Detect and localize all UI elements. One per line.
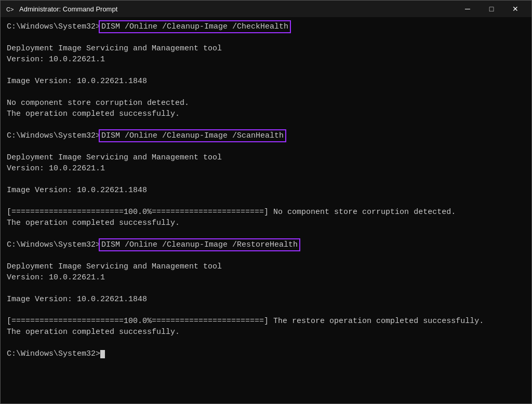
console-line (7, 283, 525, 294)
console-line (7, 32, 525, 43)
console-line: Version: 10.0.22621.1 (7, 163, 525, 174)
minimize-button[interactable]: ─ (456, 1, 480, 17)
console-line: No component store corruption detected. (7, 98, 525, 109)
console-line (7, 196, 525, 207)
window-title: Administrator: Command Prompt (19, 5, 456, 13)
console-line: Version: 10.0.22621.1 (7, 54, 525, 65)
console-line: C:\Windows\System32>DISM /Online /Cleanu… (7, 239, 525, 250)
console-line: Image Version: 10.0.22621.1848 (7, 185, 525, 196)
console-line: Deployment Image Servicing and Managemen… (7, 152, 525, 163)
highlighted-command: DISM /Online /Cleanup-Image /CheckHealth (100, 22, 289, 32)
title-bar: C> Administrator: Command Prompt ─ □ ✕ (1, 1, 531, 17)
console-line: The operation completed successfully. (7, 109, 525, 119)
maximize-button[interactable]: □ (480, 1, 503, 17)
console-line (7, 65, 525, 76)
window-controls: ─ □ ✕ (456, 1, 527, 17)
console-line: Deployment Image Servicing and Managemen… (7, 261, 525, 272)
prompt-text: C:\Windows\System32> (7, 240, 100, 249)
prompt-text: C:\Windows\System32> (7, 22, 100, 31)
console-line: Version: 10.0.22621.1 (7, 272, 525, 283)
console-line: C:\Windows\System32> (7, 348, 525, 359)
console-line: The operation completed successfully. (7, 327, 525, 338)
console-line: Deployment Image Servicing and Managemen… (7, 43, 525, 54)
console-line: The operation completed successfully. (7, 218, 525, 228)
highlighted-command: DISM /Online /Cleanup-Image /RestoreHeal… (100, 240, 299, 250)
highlighted-command: DISM /Online /Cleanup-Image /ScanHealth (100, 131, 285, 141)
console-line (7, 119, 525, 130)
console-line: Image Version: 10.0.22621.1848 (7, 294, 525, 305)
console-line: C:\Windows\System32>DISM /Online /Cleanu… (7, 21, 525, 32)
svg-text:C>: C> (6, 6, 14, 12)
console-line (7, 250, 525, 261)
console-area[interactable]: C:\Windows\System32>DISM /Online /Cleanu… (1, 17, 531, 403)
console-line: C:\Windows\System32>DISM /Online /Cleanu… (7, 130, 525, 141)
window: C> Administrator: Command Prompt ─ □ ✕ C… (0, 0, 532, 404)
console-line (7, 174, 525, 185)
console-line (7, 87, 525, 98)
cursor (100, 350, 105, 358)
console-line: [========================100.0%=========… (7, 316, 525, 327)
console-line (7, 338, 525, 348)
prompt-text: C:\Windows\System32> (7, 131, 100, 140)
close-button[interactable]: ✕ (503, 1, 527, 17)
console-line: Image Version: 10.0.22621.1848 (7, 76, 525, 87)
console-line (7, 305, 525, 316)
console-line (7, 141, 525, 152)
cmd-icon: C> (5, 4, 15, 14)
prompt-text: C:\Windows\System32> (7, 349, 100, 358)
console-line (7, 228, 525, 239)
console-line: [========================100.0%=========… (7, 207, 525, 218)
